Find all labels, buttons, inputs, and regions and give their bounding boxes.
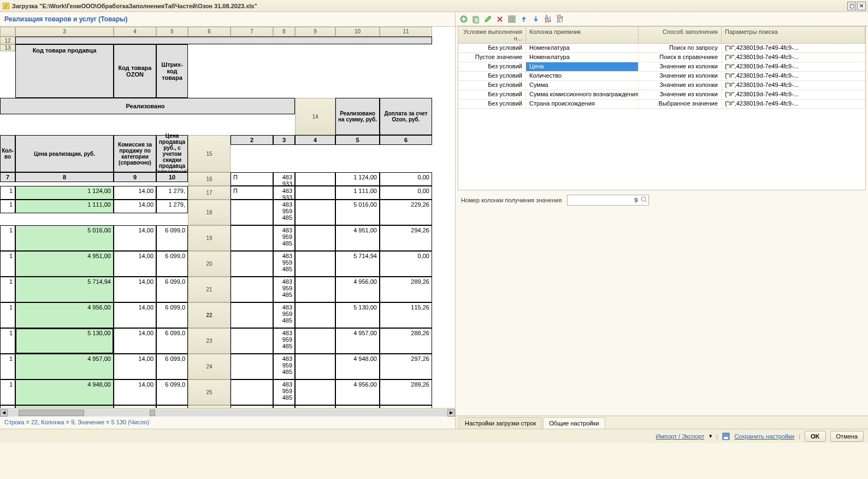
cell[interactable]: 14,00 xyxy=(114,186,156,200)
cell[interactable]: 21 xyxy=(188,277,231,302)
cell[interactable]: 6 099,0 xyxy=(156,405,188,408)
grid-cell[interactable]: Без условий xyxy=(458,44,526,52)
cell[interactable] xyxy=(231,328,273,354)
scroll-left-button[interactable]: ◀ xyxy=(0,409,8,417)
cell[interactable]: 1 xyxy=(0,379,15,405)
cell[interactable]: 6 099,0 xyxy=(156,379,188,405)
cell[interactable] xyxy=(295,379,335,405)
cell[interactable]: 4 957,00 xyxy=(15,354,114,379)
cell[interactable]: 5 714,94 xyxy=(335,251,380,277)
cell[interactable]: 483 933 795 xyxy=(273,172,295,186)
grid-cell[interactable]: Страна происхождения xyxy=(526,100,639,108)
scroll-track[interactable] xyxy=(8,410,447,416)
cell[interactable]: 5 130,00 xyxy=(335,302,380,328)
close-button[interactable]: ✕ xyxy=(857,2,866,10)
grid-cell[interactable]: Значение из колонки xyxy=(639,81,722,90)
cell[interactable]: 5 016,00 xyxy=(15,225,114,251)
cell[interactable]: 6 099,0 xyxy=(156,354,188,379)
cell[interactable]: 1 xyxy=(0,186,15,200)
cell[interactable]: 10 xyxy=(335,27,380,37)
cell[interactable]: 297,26 xyxy=(380,354,432,379)
cell[interactable]: 7 xyxy=(231,27,273,37)
cell[interactable]: 3 xyxy=(15,27,114,37)
cell[interactable]: 14,00 xyxy=(114,277,156,302)
grid-cell[interactable]: Сумма комиссионного вознаграждения xyxy=(526,90,639,99)
cell[interactable]: 6 099,0 xyxy=(156,277,188,302)
cell[interactable] xyxy=(295,200,335,225)
cell[interactable]: 3 xyxy=(273,135,295,145)
cell[interactable]: 1 xyxy=(0,354,15,379)
cell[interactable]: 17 xyxy=(188,186,231,200)
grid-cell[interactable]: Пустое значение xyxy=(458,53,526,62)
cell[interactable]: 5 xyxy=(156,27,188,37)
cell[interactable]: 483 959 485 xyxy=(273,405,295,408)
tab-load-settings[interactable]: Настройки загрузки строк xyxy=(459,417,542,429)
cell[interactable]: 4 957,00 xyxy=(335,328,380,354)
cell[interactable]: 483 959 485 xyxy=(273,328,295,354)
cell[interactable]: 20 xyxy=(188,251,231,277)
grid-cell[interactable]: {"#",4238019d-7e49-4fc9-... xyxy=(722,100,865,108)
cell[interactable]: 8 xyxy=(15,172,114,182)
cell[interactable]: 14,00 xyxy=(114,328,156,354)
cell[interactable]: 14,00 xyxy=(114,354,156,379)
cell[interactable] xyxy=(295,302,335,328)
cell[interactable] xyxy=(231,251,273,277)
grid-header[interactable]: Способ заполнения xyxy=(639,27,722,43)
subtitle-link[interactable]: Реализация товаров и услуг (Товары) xyxy=(0,12,455,26)
cell[interactable]: 1 xyxy=(0,225,15,251)
cell[interactable]: 11 xyxy=(380,27,432,37)
cell[interactable]: 15 xyxy=(188,135,231,172)
cell[interactable]: 1 xyxy=(0,302,15,328)
cell[interactable] xyxy=(295,251,335,277)
cell[interactable]: 6 xyxy=(380,135,432,145)
cell[interactable]: 4 956,00 xyxy=(15,405,114,408)
cell[interactable]: 25 xyxy=(188,379,231,405)
scroll-thumb[interactable] xyxy=(19,410,84,416)
add-icon[interactable] xyxy=(459,14,469,24)
grid-cell[interactable]: Значение из колонки xyxy=(639,72,722,80)
grid-cell[interactable]: Поиск в справочнике xyxy=(639,53,722,62)
cell[interactable]: 14,00 xyxy=(114,200,156,213)
grid-header[interactable]: Условие выполнения н... xyxy=(458,27,526,43)
cell[interactable]: 294,26 xyxy=(380,225,432,251)
rules-grid[interactable]: Условие выполнения н... Колонка приемник… xyxy=(458,26,866,190)
cell[interactable]: 26 xyxy=(188,405,231,408)
copy-icon[interactable] xyxy=(471,14,481,24)
cell[interactable]: 10 xyxy=(156,172,188,182)
cell[interactable]: Код товара OZON xyxy=(114,44,156,98)
cell[interactable]: П xyxy=(231,172,273,186)
grid-cell[interactable]: Без условий xyxy=(458,62,526,71)
move-up-icon[interactable] xyxy=(519,14,529,24)
cell[interactable]: 23 xyxy=(188,328,231,354)
cell[interactable]: 14,00 xyxy=(114,251,156,277)
grid-row[interactable]: Без условийСумма комиссионного вознаграж… xyxy=(458,90,865,100)
cell[interactable]: 119,26 xyxy=(380,405,432,408)
cell[interactable] xyxy=(295,354,335,379)
cell[interactable]: 289,26 xyxy=(380,379,432,405)
cell[interactable]: 19 xyxy=(188,225,231,251)
grid-cell[interactable]: Цена xyxy=(526,62,639,71)
cell[interactable]: 483 959 485 xyxy=(273,251,295,277)
grid-cell[interactable]: Количество xyxy=(526,72,639,80)
grid-header[interactable]: Параметры поиска xyxy=(722,27,865,43)
cell[interactable]: 483 959 485 xyxy=(273,354,295,379)
grid-cell[interactable]: Без условий xyxy=(458,81,526,90)
cell[interactable]: 1 124,00 xyxy=(15,186,114,200)
cell[interactable]: Реализовано xyxy=(0,98,295,114)
grid-row[interactable]: Пустое значениеНоменклатураПоиск в справ… xyxy=(458,53,865,62)
grid-cell[interactable]: {"#",4238019d-7e49-4fc9-... xyxy=(722,44,865,52)
cell[interactable] xyxy=(295,225,335,251)
cell[interactable]: Комиссия за продажу по категории (справо… xyxy=(114,135,156,172)
cell[interactable]: 14,00 xyxy=(114,379,156,405)
cell[interactable]: 1 279, xyxy=(156,200,188,213)
grid-cell[interactable]: Сумма xyxy=(526,81,639,90)
cell[interactable]: 1 xyxy=(0,405,15,408)
maximize-button[interactable]: ▢ xyxy=(847,2,856,10)
cell[interactable]: 9 xyxy=(114,172,156,182)
cell[interactable]: 4 xyxy=(295,135,335,145)
cell[interactable]: 1 279, xyxy=(156,186,188,200)
cell[interactable]: 13 xyxy=(0,44,15,51)
move-down-icon[interactable] xyxy=(531,14,541,24)
grid-cell[interactable]: {"#",4238019d-7e49-4fc9-... xyxy=(722,81,865,90)
delete-icon[interactable] xyxy=(495,14,505,24)
